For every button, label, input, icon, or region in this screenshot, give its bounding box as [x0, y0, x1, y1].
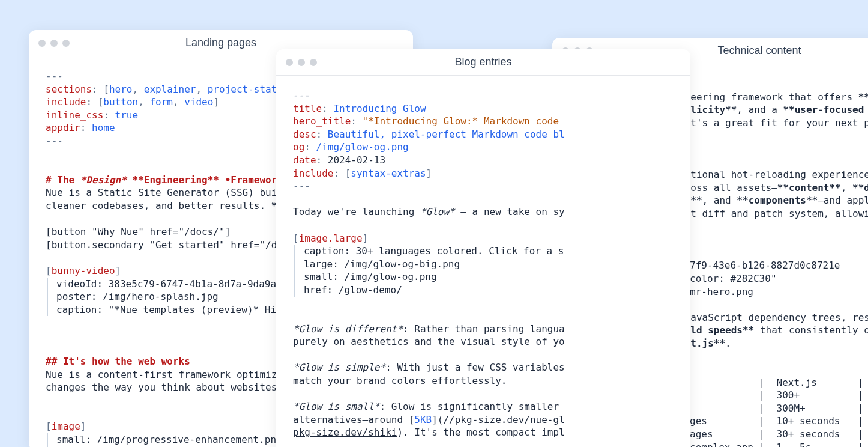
window-title: Blog entries: [286, 56, 681, 68]
close-dot[interactable]: [38, 40, 46, 47]
traffic-lights: [38, 40, 70, 47]
close-dot[interactable]: [286, 59, 293, 66]
traffic-lights: [286, 59, 317, 66]
window-title: Landing pages: [38, 37, 403, 49]
maximize-dot[interactable]: [310, 59, 317, 66]
maximize-dot[interactable]: [62, 40, 70, 47]
minimize-dot[interactable]: [50, 40, 58, 47]
titlebar: Blog entries: [276, 49, 690, 76]
code-content: --- title: Introducing Glow hero_title: …: [276, 76, 690, 447]
window-blog-entries: Blog entries --- title: Introducing Glow…: [276, 49, 690, 447]
minimize-dot[interactable]: [298, 59, 305, 66]
